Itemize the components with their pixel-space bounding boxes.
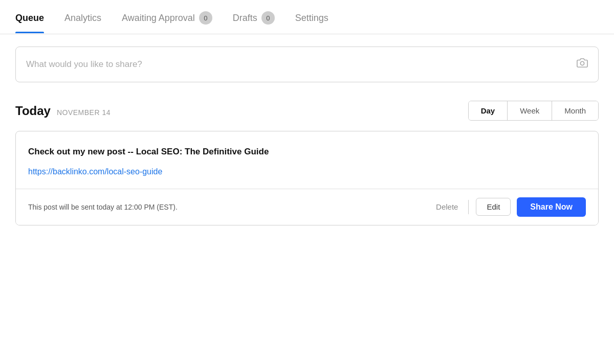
delete-button[interactable]: Delete <box>428 198 466 215</box>
post-schedule-text: This post will be sent today at 12:00 PM… <box>28 203 178 211</box>
share-input-container[interactable]: What would you like to share? <box>15 47 599 82</box>
view-btn-day[interactable]: Day <box>469 101 508 120</box>
share-input-placeholder: What would you like to share? <box>26 59 577 70</box>
camera-icon[interactable] <box>577 57 588 72</box>
svg-point-0 <box>580 61 584 65</box>
tab-queue-label: Queue <box>15 13 44 24</box>
post-link[interactable]: https://backlinko.com/local-seo-guide <box>28 167 162 176</box>
view-toggle: Day Week Month <box>468 101 599 121</box>
drafts-badge: 0 <box>261 11 275 25</box>
tab-analytics-label: Analytics <box>64 13 101 24</box>
view-btn-week[interactable]: Week <box>508 101 552 120</box>
date-sub: NOVEMBER 14 <box>57 108 111 117</box>
edit-button[interactable]: Edit <box>476 198 511 216</box>
tab-drafts-label: Drafts <box>233 13 257 24</box>
tab-queue[interactable]: Queue <box>15 2 44 33</box>
share-now-button[interactable]: Share Now <box>517 197 586 217</box>
nav-tabs: Queue Analytics Awaiting Approval 0 Draf… <box>0 0 614 34</box>
footer-divider <box>468 200 469 214</box>
awaiting-approval-badge: 0 <box>199 11 212 25</box>
tab-awaiting-approval-label: Awaiting Approval <box>122 13 195 24</box>
main-content: What would you like to share? Today NOVE… <box>0 34 614 238</box>
post-card-footer: This post will be sent today at 12:00 PM… <box>16 189 598 225</box>
tab-analytics[interactable]: Analytics <box>64 2 101 33</box>
footer-actions: Delete Edit Share Now <box>428 197 586 217</box>
tab-settings-label: Settings <box>295 13 328 24</box>
view-btn-month[interactable]: Month <box>552 101 598 120</box>
date-header: Today NOVEMBER 14 Day Week Month <box>15 101 599 121</box>
date-left: Today NOVEMBER 14 <box>15 104 111 118</box>
post-card: Check out my new post -- Local SEO: The … <box>15 131 599 225</box>
post-card-body: Check out my new post -- Local SEO: The … <box>16 131 598 189</box>
today-label: Today <box>15 104 51 118</box>
tab-drafts[interactable]: Drafts 0 <box>233 0 275 34</box>
post-title: Check out my new post -- Local SEO: The … <box>28 146 586 158</box>
tab-awaiting-approval[interactable]: Awaiting Approval 0 <box>122 0 212 34</box>
tab-settings[interactable]: Settings <box>295 2 328 33</box>
